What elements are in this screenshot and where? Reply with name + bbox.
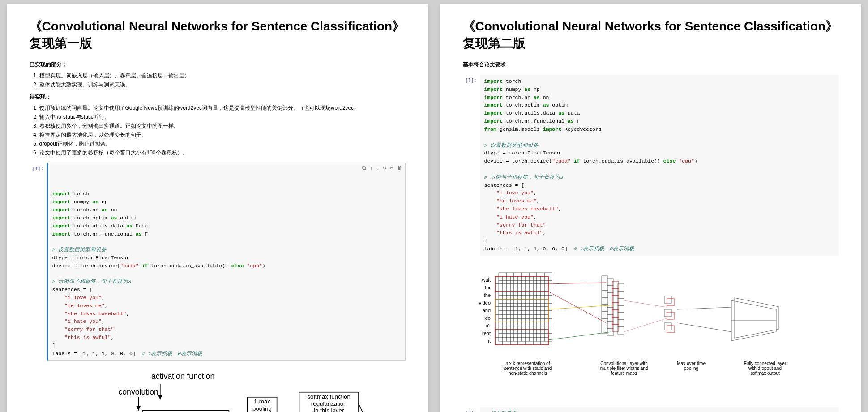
svg-rect-168	[510, 314, 518, 322]
svg-rect-76	[506, 280, 514, 288]
svg-rect-180	[495, 330, 503, 337]
svg-rect-116	[544, 318, 552, 326]
svg-rect-118	[506, 326, 514, 334]
svg-rect-71	[522, 273, 529, 280]
svg-rect-112	[514, 318, 522, 326]
svg-rect-77	[514, 280, 522, 288]
caption-input: n x k representation ofsentence with sta…	[494, 361, 561, 376]
svg-rect-174	[503, 322, 510, 330]
notebook-left: 《Convolutional Neural Networks for Sente…	[7, 4, 428, 412]
list-item: 论文中使用了更多的卷积核（每个窗口大小有100个卷积核）。	[39, 149, 406, 157]
svg-rect-172	[541, 314, 548, 322]
svg-rect-122	[537, 326, 544, 334]
svg-rect-154	[510, 299, 518, 307]
svg-rect-165	[541, 307, 548, 314]
svg-rect-115	[537, 318, 544, 326]
svg-rect-83	[506, 288, 514, 296]
svg-rect-127	[522, 334, 529, 341]
svg-rect-167	[503, 314, 510, 322]
subtitle-right: 基本符合论文要求	[463, 61, 839, 69]
svg-rect-152	[495, 299, 503, 307]
svg-rect-176	[518, 322, 526, 330]
svg-rect-137	[541, 276, 548, 284]
list-item: 换掉固定的最大池化层，以处理变长的句子。	[39, 131, 406, 139]
svg-rect-68	[499, 273, 506, 280]
svg-rect-190	[518, 337, 526, 345]
box-pooling: 1-maxpooling	[247, 398, 277, 412]
svg-rect-158	[541, 299, 548, 307]
svg-rect-97	[506, 303, 514, 311]
svg-rect-89	[499, 296, 506, 303]
code-editor[interactable]: ⧉ ↑ ↓ ⊕ ✂ 🗑 import torchimport numpy as …	[47, 163, 406, 361]
svg-rect-82	[499, 288, 506, 296]
caption-conv: Convolutional layer withmultiple filter …	[588, 361, 660, 376]
svg-rect-157	[533, 299, 541, 307]
svg-rect-159	[495, 307, 503, 314]
svg-rect-150	[533, 292, 541, 299]
list-item: 整体功能大致实现。训练与测试无误。	[39, 81, 406, 89]
svg-rect-111	[506, 318, 514, 326]
svg-rect-192	[533, 337, 541, 345]
svg-rect-164	[533, 307, 541, 314]
svg-rect-233	[667, 326, 674, 333]
svg-rect-171	[533, 314, 541, 322]
svg-rect-230	[664, 309, 671, 317]
svg-rect-86	[529, 288, 537, 296]
svg-rect-130	[544, 334, 552, 341]
svg-rect-129	[537, 334, 544, 341]
svg-rect-106	[522, 311, 529, 318]
svg-rect-153	[503, 299, 510, 307]
cell-toolbar: ⧉ ↑ ↓ ⊕ ✂ 🗑	[362, 164, 402, 173]
svg-line-243	[677, 307, 731, 309]
code-editor[interactable]: import torchimport numpy as npimport tor…	[480, 75, 839, 256]
svg-rect-125	[506, 334, 514, 341]
svg-rect-92	[522, 296, 529, 303]
svg-rect-128	[529, 334, 537, 341]
caption-fc: Fully connected layerwith dropout andsof…	[731, 361, 799, 376]
svg-text:video: video	[479, 300, 490, 305]
svg-rect-78	[522, 280, 529, 288]
svg-rect-73	[537, 273, 544, 280]
code-cell-1[interactable]: [1]: ⧉ ↑ ↓ ⊕ ✂ 🗑 import torchimport nump…	[30, 163, 406, 361]
svg-text:n't: n't	[485, 323, 490, 328]
cut-icon[interactable]: ✂	[390, 164, 393, 173]
svg-rect-147	[510, 292, 518, 299]
copy-icon[interactable]: ⧉	[362, 164, 366, 173]
svg-rect-161	[510, 307, 518, 314]
move-down-icon[interactable]: ↓	[376, 164, 380, 173]
svg-rect-186	[541, 330, 548, 337]
svg-rect-104	[506, 311, 514, 318]
svg-rect-131	[495, 276, 503, 284]
svg-text:for: for	[485, 285, 491, 290]
svg-rect-132	[503, 276, 510, 284]
svg-rect-179	[541, 322, 548, 330]
svg-rect-136	[533, 276, 541, 284]
svg-rect-183	[518, 330, 526, 337]
code-cell-r2[interactable]: [2]: # 超参数设置embedding_size = 300 # 使用预训练…	[463, 407, 839, 412]
code-cell-r1[interactable]: [1]: import torchimport numpy as npimpor…	[463, 75, 839, 256]
list-item: 输入中no-static与static并行。	[39, 113, 406, 121]
svg-rect-74	[544, 273, 552, 280]
svg-rect-156	[526, 299, 533, 307]
svg-rect-119	[514, 326, 522, 334]
code-editor[interactable]: # 超参数设置embedding_size = 300 # 使用预训练词向量的维…	[480, 407, 839, 412]
svg-rect-120	[522, 326, 529, 334]
svg-rect-103	[499, 311, 506, 318]
label-activation: activation function	[151, 371, 214, 380]
svg-rect-100	[529, 303, 537, 311]
delete-icon[interactable]: 🗑	[397, 164, 402, 173]
svg-rect-149	[526, 292, 533, 299]
svg-rect-80	[537, 280, 544, 288]
title-left: 《Convolutional Neural Networks for Sente…	[30, 18, 406, 52]
svg-rect-178	[533, 322, 541, 330]
svg-rect-109	[544, 311, 552, 318]
svg-line-241	[624, 300, 667, 307]
svg-rect-229	[667, 299, 674, 306]
svg-rect-70	[514, 273, 522, 280]
svg-rect-107	[529, 311, 537, 318]
svg-rect-87	[537, 288, 544, 296]
move-up-icon[interactable]: ↑	[370, 164, 373, 173]
add-cell-icon[interactable]: ⊕	[383, 164, 386, 173]
svg-text:and: and	[482, 308, 490, 313]
implemented-list: 模型实现。词嵌入层（输入层）、卷积层、全连接层（输出层） 整体功能大致实现。训练…	[39, 72, 406, 89]
